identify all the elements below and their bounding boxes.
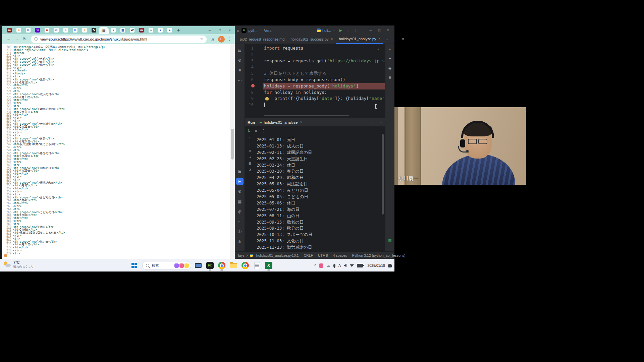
gutter-line[interactable]: 1 bbox=[245, 45, 262, 52]
title-more-icon[interactable]: ⋮ bbox=[354, 28, 357, 32]
maximize-button[interactable]: □ bbox=[375, 28, 384, 32]
breakpoint-dot[interactable] bbox=[251, 84, 255, 87]
version-control-tool-icon[interactable]: ⋔ bbox=[236, 238, 244, 245]
debug-button[interactable]: ⌄ bbox=[347, 28, 350, 32]
taskbar-app-notepad[interactable] bbox=[253, 260, 261, 270]
taskbar-app-chrome-2[interactable] bbox=[241, 260, 250, 270]
structure-tool-icon[interactable]: ≡ bbox=[236, 67, 244, 74]
tab-blue-app-2[interactable]: ● bbox=[165, 26, 174, 34]
tray-chevron-icon[interactable]: ^ bbox=[314, 263, 316, 267]
cloud-sync-icon[interactable]: ☁ bbox=[326, 263, 330, 268]
debug-tool-icon[interactable]: ⊘ bbox=[236, 188, 244, 195]
close-button[interactable]: × bbox=[225, 26, 235, 34]
maximize-button[interactable]: □ bbox=[215, 26, 225, 34]
print-button[interactable]: ⊟ bbox=[249, 160, 251, 167]
run-console-output[interactable]: 2025-01-01: 元日2025-01-13: 成人の日2025-02-11… bbox=[257, 135, 381, 251]
new-tab-button[interactable]: + bbox=[174, 26, 182, 34]
status-item[interactable]: UTF-8 bbox=[318, 253, 328, 257]
gutter-line[interactable]: 8 bbox=[245, 89, 262, 96]
tab-amazon-2[interactable]: a bbox=[61, 26, 70, 34]
tab-amazon-3[interactable]: a bbox=[80, 26, 89, 34]
status-item[interactable]: Python 3.12 (python_api_lessons) bbox=[352, 253, 406, 257]
tab-list-chevron-icon[interactable]: ⌄ bbox=[386, 37, 388, 41]
gutter-line[interactable] bbox=[245, 83, 262, 89]
tab-amazon[interactable]: a bbox=[14, 26, 23, 34]
tab-google-2[interactable]: G bbox=[52, 26, 61, 34]
console-scrollbar[interactable] bbox=[382, 134, 384, 215]
clock-date[interactable]: 2025/01/18 bbox=[367, 263, 385, 267]
search-highlight-icons[interactable] bbox=[174, 263, 189, 268]
taskbar-app-pycharm[interactable]: PC bbox=[206, 260, 214, 270]
gutter-line[interactable]: 5 bbox=[245, 70, 262, 77]
plugins-tool-icon[interactable]: ⊞ bbox=[236, 168, 244, 175]
scrollbar-thumb[interactable] bbox=[231, 129, 234, 160]
jump-to-end-button[interactable]: ⇥ bbox=[249, 154, 251, 160]
editor-tab-holidays02_success.py[interactable]: holidays02_success.py× bbox=[287, 35, 336, 44]
taskbar-app-task-view[interactable] bbox=[194, 260, 203, 270]
problems-tool-icon[interactable]: ⓘ bbox=[236, 228, 244, 235]
intention-bulb-icon[interactable] bbox=[265, 97, 269, 100]
run-button[interactable]: ▶ bbox=[339, 28, 342, 32]
clear-console-button[interactable]: ⊘ bbox=[249, 167, 251, 173]
run-tab-close-icon[interactable]: × bbox=[300, 120, 302, 124]
wifi-icon[interactable] bbox=[350, 264, 354, 267]
run-config-name[interactable]: holi... bbox=[322, 28, 331, 33]
gutter-line[interactable]: 3 bbox=[245, 58, 262, 64]
page-scrollbar[interactable] bbox=[230, 44, 235, 259]
console-more-button[interactable]: ⋮ bbox=[262, 129, 265, 133]
editor-tab-pi02_request_response.md[interactable]: pi02_request_response.md bbox=[237, 35, 287, 44]
start-button[interactable] bbox=[131, 263, 137, 268]
editor-code[interactable]: import requestsresponse = requests.get('… bbox=[264, 45, 385, 108]
python-console-tool-icon[interactable]: ◎ bbox=[236, 208, 244, 215]
vcs-widget[interactable]: Vers... bbox=[264, 28, 274, 33]
main-menu-icon[interactable]: ≡ bbox=[237, 28, 239, 33]
scroll-top-button[interactable]: ↑ bbox=[249, 135, 251, 141]
run-tool-icon[interactable]: ▶ bbox=[236, 178, 244, 185]
tab-teal-app[interactable]: ● bbox=[109, 26, 118, 34]
taskbar-search[interactable]: 検索 bbox=[142, 261, 191, 270]
tab-m-2[interactable]: m bbox=[137, 26, 146, 34]
commit-tool-icon[interactable]: ⊙ bbox=[236, 57, 244, 64]
taskbar-app-chrome[interactable] bbox=[217, 260, 226, 270]
tab-wikipedia[interactable]: W bbox=[127, 26, 137, 34]
tab-blue-app[interactable]: ● bbox=[156, 26, 165, 34]
taskbar-app-excel[interactable]: X bbox=[264, 260, 273, 270]
minimize-button[interactable]: ─ bbox=[205, 26, 215, 34]
gutter-line[interactable]: 6 bbox=[245, 77, 262, 83]
run-panel-hide-icon[interactable]: ─ bbox=[380, 120, 382, 124]
sheets-plugin-icon[interactable]: ▦ bbox=[388, 238, 391, 242]
tab-teal-app-2[interactable]: ● bbox=[146, 26, 156, 34]
dependencies-tool-icon[interactable]: ⊕ bbox=[388, 75, 391, 80]
page-info-icon[interactable]: ⓘ bbox=[34, 37, 38, 42]
bookmark-star-icon[interactable]: ☆ bbox=[200, 37, 203, 41]
breadcrumb[interactable]: lays bbox=[238, 253, 245, 257]
more-tools-icon[interactable]: ⋯ bbox=[236, 77, 244, 84]
forward-button[interactable]: → bbox=[13, 37, 21, 42]
gradle-tool-icon[interactable]: ◉ bbox=[388, 66, 392, 70]
project-tool-icon[interactable]: ▤ bbox=[236, 47, 244, 54]
ai-assistant-icon[interactable]: ∗ bbox=[388, 47, 391, 52]
reload-button[interactable]: ↻ bbox=[21, 37, 29, 42]
microphone-icon[interactable] bbox=[333, 264, 335, 267]
notification-center-icon[interactable] bbox=[388, 264, 392, 267]
gutter-line[interactable]: 9 bbox=[245, 96, 262, 102]
tab-close-icon[interactable]: × bbox=[331, 37, 333, 41]
project-icon[interactable]: PL bbox=[241, 28, 247, 33]
battery-icon[interactable] bbox=[357, 264, 363, 267]
services-tool-icon[interactable]: ▦ bbox=[236, 198, 244, 205]
breadcrumb-file[interactable]: holidays01_analyze.py bbox=[256, 253, 292, 257]
database-tool-icon[interactable]: ≣ bbox=[388, 57, 391, 61]
address-bar[interactable]: ⓘ view-source:https://www8.cao.go.jp/cho… bbox=[31, 36, 207, 43]
rerun-button[interactable]: ↻ bbox=[248, 129, 251, 133]
status-item[interactable]: 10:1 bbox=[292, 253, 299, 257]
minimize-button[interactable]: ─ bbox=[366, 28, 375, 32]
gutter-line[interactable]: 4 bbox=[245, 64, 262, 70]
tab-m[interactable]: m bbox=[5, 26, 14, 34]
tab-google[interactable]: G bbox=[23, 26, 33, 34]
notifications-bell-icon[interactable]: ⊚ bbox=[401, 37, 404, 41]
chrome-menu-icon[interactable]: ⋮ bbox=[227, 37, 232, 41]
ime-indicator[interactable]: A bbox=[338, 263, 341, 267]
tray-app-icon[interactable] bbox=[319, 263, 323, 268]
editor-tab-holidays01_analyze.py[interactable]: holidays01_analyze.py× bbox=[336, 35, 383, 44]
tab-yahoo[interactable]: Y! bbox=[33, 26, 42, 34]
